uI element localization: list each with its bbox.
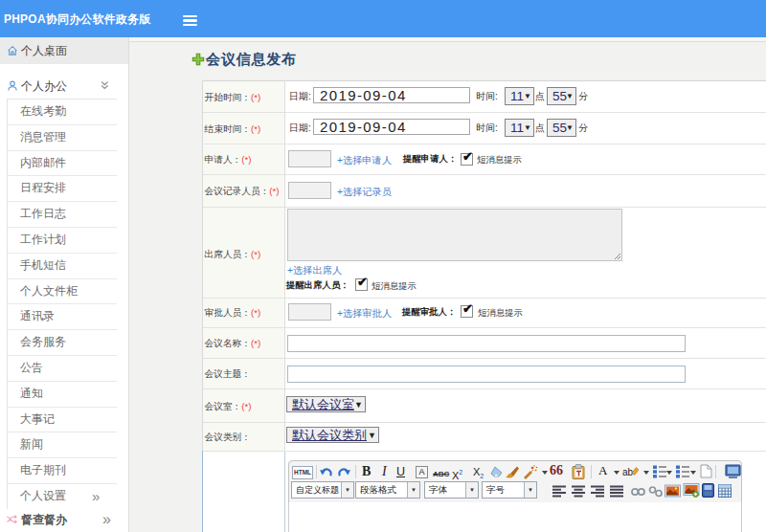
svg-text:ab: ab — [622, 467, 634, 477]
